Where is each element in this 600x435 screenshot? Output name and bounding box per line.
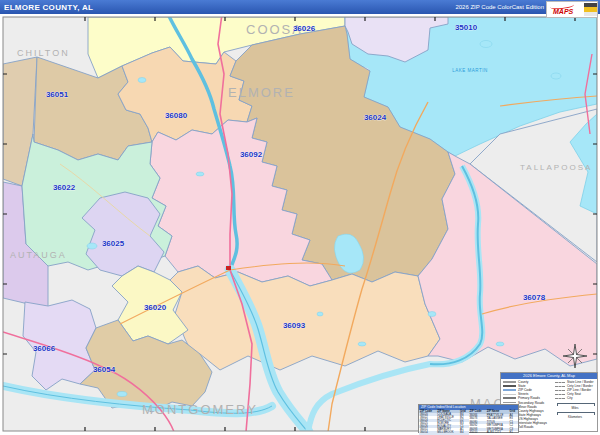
zip-label-36092: 36092 bbox=[240, 150, 263, 159]
zip-index-row: 35010ALEX CITYE1 bbox=[469, 431, 519, 435]
zip-label-36078: 36078 bbox=[523, 293, 546, 302]
county-label-tallapoosa: TALLAPOOSA bbox=[520, 163, 592, 172]
zip-label-36020: 36020 bbox=[144, 303, 167, 312]
legend-border-list: State Line / BorderCnty Line / BorderZIP… bbox=[555, 380, 595, 400]
zip-label-35010: 35010 bbox=[455, 23, 478, 32]
county-label-chilton: CHILTON bbox=[17, 48, 70, 58]
logo-badge bbox=[584, 3, 597, 16]
zip-label-36026: 36026 bbox=[293, 24, 316, 33]
zip-index-table-right: ZIP CodeZIP NameGrid36066PRATTVILLEA4360… bbox=[469, 410, 519, 435]
county-label-montgomery: MONTGOMERY bbox=[142, 402, 258, 417]
zip-index-panel: ZIP Code Index/Grid Location ZIP CodeZIP… bbox=[418, 404, 519, 433]
zip-index-row: 36054MILLBROOKB4 bbox=[419, 431, 469, 434]
legend-line-sample bbox=[503, 385, 516, 387]
zip-index-cell: ALEX CITY bbox=[486, 431, 509, 435]
zip-label-36066: 36066 bbox=[33, 344, 56, 353]
legend-border-row: City bbox=[555, 396, 595, 400]
legend-border-label: City bbox=[567, 396, 573, 400]
zip-label-36022: 36022 bbox=[53, 183, 76, 192]
water-label: LAKE MARTIN bbox=[452, 68, 487, 73]
legend-line-sample bbox=[503, 402, 516, 403]
zip-index-table-left: ZIP CodeZIP NameGrid36020COOSADAB436022D… bbox=[419, 410, 469, 435]
zip-index-cell: E1 bbox=[509, 431, 519, 435]
legend-border-sample bbox=[555, 382, 565, 383]
map-poster: { "header": { "title": "ELMORE COUNTY, A… bbox=[0, 0, 600, 435]
legend-line-sample bbox=[503, 394, 516, 395]
zip-index-cell: 35010 bbox=[469, 431, 486, 435]
zip-index-cell: MILLBROOK bbox=[436, 431, 459, 434]
zip-label-36093: 36093 bbox=[283, 321, 306, 330]
legend-road-label: Toll Roads bbox=[518, 425, 533, 429]
zip-label-36051: 36051 bbox=[46, 90, 69, 99]
edition-label: 2026 ZIP Code ColorCast Edition bbox=[455, 4, 544, 10]
legend-line-sample bbox=[503, 389, 516, 391]
zip-label-36025: 36025 bbox=[102, 239, 125, 248]
legend-border-sample bbox=[555, 386, 565, 387]
zip-label-36024: 36024 bbox=[364, 113, 387, 122]
scale-bar-label: Miles bbox=[555, 406, 595, 410]
scale-bar-label: Kilometers bbox=[555, 415, 595, 419]
legend-border-sample bbox=[555, 390, 565, 391]
compass-rose-icon bbox=[562, 343, 588, 369]
county-label-autauga: AUTAUGA bbox=[10, 250, 67, 260]
publisher-logo: MAPS bbox=[546, 1, 598, 18]
map-title: ELMORE COUNTY, AL bbox=[0, 3, 93, 12]
zip-label-36054: 36054 bbox=[93, 365, 116, 374]
county-seat-marker bbox=[226, 266, 231, 270]
county-label-elmore: ELMORE bbox=[228, 85, 295, 100]
zip-index-cell: B4 bbox=[459, 431, 468, 434]
legend-border-sample bbox=[555, 398, 565, 399]
title-bar: ELMORE COUNTY, AL 2026 ZIP Code ColorCas… bbox=[0, 0, 600, 14]
legend-line-sample bbox=[503, 381, 516, 383]
legend-border-sample bbox=[555, 394, 565, 395]
legend-scales: MilesKilometers bbox=[555, 403, 595, 419]
zip-index-cell: 36054 bbox=[419, 431, 436, 434]
legend-line-sample bbox=[503, 397, 516, 399]
zip-label-36080: 36080 bbox=[165, 111, 188, 120]
